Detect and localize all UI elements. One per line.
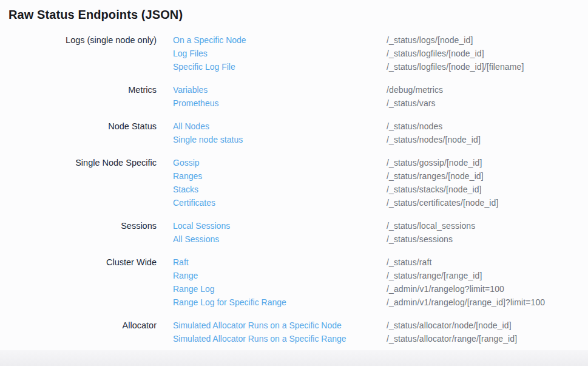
endpoint-row: All Sessions /_status/sessions (173, 232, 588, 246)
endpoint-section-cluster-wide: Cluster Wide Raft /_status/raft Range /_… (0, 256, 588, 309)
section-category-label: Sessions (0, 219, 157, 246)
endpoint-row: Range Log for Specific Range /_admin/v1/… (173, 296, 588, 309)
endpoint-row: Variables /debug/metrics (173, 83, 588, 97)
endpoint-section-sessions: Sessions Local Sessions /_status/local_s… (0, 219, 588, 246)
footer-strip (0, 350, 588, 366)
endpoint-row: All Nodes /_status/nodes (173, 120, 588, 133)
endpoint-row: Log Files /_status/logfiles/[node_id] (173, 47, 588, 60)
endpoint-link[interactable]: Range (173, 269, 387, 282)
endpoint-section-single-node: Single Node Specific Gossip /_status/gos… (0, 156, 588, 209)
endpoint-row: Certificates /_status/certificates/[node… (173, 196, 588, 209)
section-category-label: Allocator (0, 319, 157, 345)
endpoint-row: Range Log /_admin/v1/rangelog?limit=100 (173, 282, 588, 296)
section-rows: Simulated Allocator Runs on a Specific N… (173, 319, 588, 345)
endpoint-section-node-status: Node Status All Nodes /_status/nodes Sin… (0, 120, 588, 146)
endpoint-link[interactable]: Raft (173, 256, 387, 269)
endpoint-link[interactable]: Certificates (173, 196, 387, 209)
section-category-label: Cluster Wide (0, 256, 157, 309)
section-rows: On a Specific Node /_status/logs/[node_i… (173, 33, 588, 73)
endpoint-path: /_admin/v1/rangelog?limit=100 (387, 282, 504, 296)
endpoint-path: /_admin/v1/rangelog/[range_id]?limit=100 (387, 296, 545, 309)
endpoint-path: /_status/logfiles/[node_id]/[filename] (387, 60, 524, 73)
endpoint-path: /_status/ranges/[node_id] (387, 169, 484, 183)
endpoint-link[interactable]: Single node status (173, 133, 387, 146)
section-rows: Raft /_status/raft Range /_status/range/… (173, 256, 588, 309)
endpoint-section-metrics: Metrics Variables /debug/metrics Prometh… (0, 83, 588, 110)
endpoint-row: Simulated Allocator Runs on a Specific N… (173, 319, 588, 332)
endpoint-path: /debug/metrics (387, 83, 443, 97)
endpoint-row: On a Specific Node /_status/logs/[node_i… (173, 33, 588, 47)
endpoint-path: /_status/local_sessions (387, 219, 475, 232)
endpoint-link[interactable]: Simulated Allocator Runs on a Specific R… (173, 332, 387, 345)
endpoints-table: Logs (single node only) On a Specific No… (0, 33, 588, 355)
endpoint-section-allocator: Allocator Simulated Allocator Runs on a … (0, 319, 588, 345)
endpoint-row: Single node status /_status/nodes/[node_… (173, 133, 588, 146)
endpoint-link[interactable]: Gossip (173, 156, 387, 169)
endpoint-link[interactable]: On a Specific Node (173, 33, 387, 47)
endpoint-row: Raft /_status/raft (173, 256, 588, 269)
endpoint-path: /_status/certificates/[node_id] (387, 196, 498, 209)
section-rows: Gossip /_status/gossip/[node_id] Ranges … (173, 156, 588, 209)
endpoint-path: /_status/logs/[node_id] (387, 33, 473, 47)
endpoint-link[interactable]: All Nodes (173, 120, 387, 133)
endpoint-path: /_status/range/[range_id] (387, 269, 482, 282)
endpoint-path: /_status/allocator/range/[range_id] (387, 332, 517, 345)
section-category-label: Node Status (0, 120, 157, 146)
endpoint-link[interactable]: Stacks (173, 183, 387, 196)
section-rows: Local Sessions /_status/local_sessions A… (173, 219, 588, 246)
page-title: Raw Status Endpoints (JSON) (8, 8, 183, 22)
endpoint-link[interactable]: Prometheus (173, 97, 387, 110)
section-category-label: Metrics (0, 83, 157, 110)
endpoint-row: Gossip /_status/gossip/[node_id] (173, 156, 588, 169)
section-rows: All Nodes /_status/nodes Single node sta… (173, 120, 588, 146)
section-category-label: Single Node Specific (0, 156, 157, 209)
endpoint-link[interactable]: Specific Log File (173, 60, 387, 73)
endpoint-row: Local Sessions /_status/local_sessions (173, 219, 588, 232)
endpoint-link[interactable]: Simulated Allocator Runs on a Specific N… (173, 319, 387, 332)
endpoint-path: /_status/vars (387, 97, 436, 110)
section-category-label: Logs (single node only) (0, 33, 157, 73)
endpoint-row: Prometheus /_status/vars (173, 97, 588, 110)
endpoint-row: Stacks /_status/stacks/[node_id] (173, 183, 588, 196)
endpoint-path: /_status/sessions (387, 232, 453, 246)
endpoint-link[interactable]: Ranges (173, 169, 387, 183)
section-rows: Variables /debug/metrics Prometheus /_st… (173, 83, 588, 110)
endpoint-row: Ranges /_status/ranges/[node_id] (173, 169, 588, 183)
endpoint-path: /_status/allocator/node/[node_id] (387, 319, 512, 332)
endpoint-path: /_status/logfiles/[node_id] (387, 47, 484, 60)
endpoint-link[interactable]: Range Log for Specific Range (173, 296, 387, 309)
endpoint-path: /_status/stacks/[node_id] (387, 183, 482, 196)
endpoint-row: Simulated Allocator Runs on a Specific R… (173, 332, 588, 345)
endpoint-section-logs: Logs (single node only) On a Specific No… (0, 33, 588, 73)
endpoint-link[interactable]: Log Files (173, 47, 387, 60)
endpoint-path: /_status/nodes/[node_id] (387, 133, 481, 146)
endpoint-row: Range /_status/range/[range_id] (173, 269, 588, 282)
endpoint-path: /_status/gossip/[node_id] (387, 156, 482, 169)
endpoint-path: /_status/raft (387, 256, 431, 269)
endpoint-link[interactable]: Range Log (173, 282, 387, 296)
endpoint-link[interactable]: All Sessions (173, 232, 387, 246)
endpoint-link[interactable]: Local Sessions (173, 219, 387, 232)
endpoint-path: /_status/nodes (387, 120, 442, 133)
endpoint-link[interactable]: Variables (173, 83, 387, 97)
endpoint-row: Specific Log File /_status/logfiles/[nod… (173, 60, 588, 73)
